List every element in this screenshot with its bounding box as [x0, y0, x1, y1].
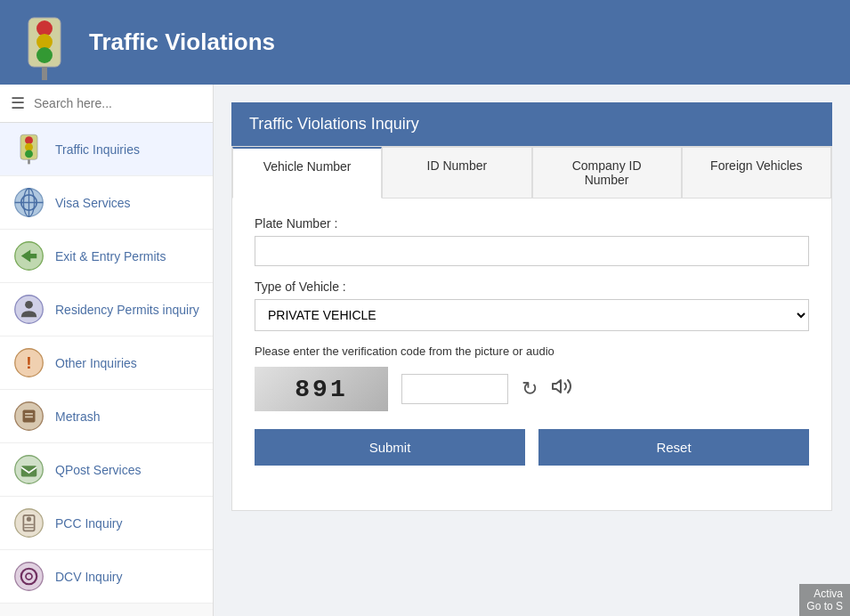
svg-point-6	[25, 136, 33, 144]
captcha-instruction: Please enter the verification code from …	[255, 344, 809, 358]
sidebar-item-traffic-inquiries-label: Traffic Inquiries	[55, 142, 140, 157]
svg-rect-23	[25, 417, 33, 418]
hamburger-icon[interactable]: ☰	[11, 93, 25, 113]
sidebar-item-metrash[interactable]: Metrash	[0, 390, 213, 443]
metrash-icon	[13, 401, 45, 432]
header-icon	[18, 13, 76, 71]
svg-rect-25	[21, 466, 37, 476]
svg-marker-34	[553, 380, 561, 393]
svg-point-7	[25, 143, 33, 151]
svg-point-31	[15, 563, 44, 591]
button-row: Submit Reset	[255, 429, 809, 466]
sidebar-item-other-inquiries[interactable]: ! Other Inquiries	[0, 336, 213, 390]
tab-vehicle-number[interactable]: Vehicle Number	[232, 147, 382, 199]
sidebar-item-traffic-inquiries[interactable]: Traffic Inquiries	[0, 123, 213, 176]
svg-point-17	[25, 301, 33, 309]
residency-icon	[13, 294, 45, 325]
main-container: ☰ Traffic Inquiries	[0, 85, 850, 616]
dcv-icon	[13, 561, 45, 592]
svg-point-26	[15, 509, 44, 538]
content-title: Traffic Violations Inquiry	[231, 102, 832, 146]
svg-point-3	[36, 47, 53, 63]
sidebar-item-qpost-services[interactable]: QPost Services	[0, 443, 213, 497]
content-area: Traffic Violations Inquiry Vehicle Numbe…	[214, 85, 850, 616]
svg-point-16	[15, 296, 44, 324]
plate-number-label: Plate Number :	[255, 216, 809, 231]
sidebar-item-exit-entry-permits[interactable]: Exit & Entry Permits	[0, 230, 213, 283]
audio-captcha-icon[interactable]	[551, 376, 572, 402]
sidebar-search-container: ☰	[0, 85, 213, 123]
sidebar-item-dcv-inquiry-label: DCV Inquiry	[55, 570, 122, 584]
sidebar-item-other-inquiries-label: Other Inquiries	[55, 356, 137, 370]
svg-point-28	[27, 517, 31, 522]
activate-subtext: Go to S	[806, 600, 843, 612]
activate-text: Activa	[806, 588, 843, 600]
captcha-image: 891	[255, 367, 388, 411]
sidebar-item-visa-services-label: Visa Services	[55, 196, 131, 210]
sidebar: ☰ Traffic Inquiries	[0, 85, 214, 616]
tab-foreign-vehicles[interactable]: Foreign Vehicles	[682, 147, 831, 198]
header-title: Traffic Violations	[89, 28, 275, 56]
sidebar-item-visa-services[interactable]: Visa Services	[0, 176, 213, 230]
sidebar-item-metrash-label: Metrash	[55, 409, 101, 424]
sidebar-item-pcc-inquiry[interactable]: PCC Inquiry	[0, 497, 213, 550]
sidebar-item-exit-entry-permits-label: Exit & Entry Permits	[55, 249, 166, 263]
sidebar-item-qpost-services-label: QPost Services	[55, 463, 141, 477]
svg-rect-22	[25, 413, 33, 415]
plate-number-input[interactable]	[255, 236, 809, 266]
other-inquiries-icon: !	[13, 347, 45, 378]
exit-entry-icon	[13, 240, 45, 272]
traffic-light-icon	[13, 134, 45, 165]
svg-rect-4	[42, 67, 47, 80]
refresh-captcha-icon[interactable]: ↻	[522, 377, 538, 401]
svg-rect-9	[28, 159, 30, 164]
captcha-input[interactable]	[401, 374, 508, 404]
tabs-container: Vehicle Number ID Number Company ID Numb…	[232, 147, 831, 199]
sidebar-item-residency-permits[interactable]: Residency Permits inquiry	[0, 283, 213, 336]
vehicle-type-select[interactable]: PRIVATE VEHICLE COMMERCIAL MOTORCYCLE TR…	[255, 299, 809, 331]
type-of-vehicle-label: Type of Vehicle :	[255, 280, 809, 294]
pcc-icon	[13, 507, 45, 539]
sidebar-item-pcc-inquiry-label: PCC Inquiry	[55, 516, 122, 531]
svg-point-8	[25, 150, 33, 158]
submit-button[interactable]: Submit	[255, 429, 525, 466]
tab-company-id-number[interactable]: Company ID Number	[532, 147, 682, 198]
visa-icon	[13, 187, 45, 218]
reset-button[interactable]: Reset	[538, 429, 809, 466]
search-input[interactable]	[34, 96, 202, 110]
qpost-icon	[13, 454, 45, 485]
header: Traffic Violations	[0, 0, 850, 85]
sidebar-item-dcv-inquiry[interactable]: DCV Inquiry	[0, 550, 213, 604]
content-body: Vehicle Number ID Number Company ID Numb…	[231, 146, 832, 511]
form-section: Plate Number : Type of Vehicle : PRIVATE…	[232, 199, 831, 483]
tab-id-number[interactable]: ID Number	[382, 147, 531, 198]
sidebar-item-residency-permits-label: Residency Permits inquiry	[55, 303, 199, 317]
svg-text:!: !	[26, 353, 31, 372]
activate-bar: Activa Go to S	[799, 584, 850, 616]
captcha-row: 891 ↻	[255, 367, 809, 411]
